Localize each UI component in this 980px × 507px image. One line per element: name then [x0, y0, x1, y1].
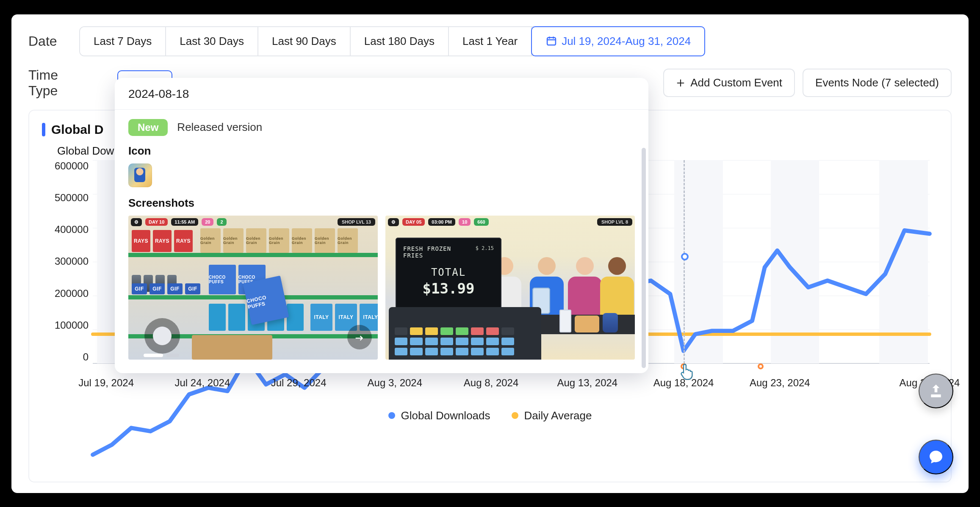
event-marker[interactable]: [758, 363, 764, 369]
event-marker[interactable]: [681, 363, 687, 369]
y-tick: 200000: [55, 288, 89, 299]
screenshot-pager: [144, 354, 179, 357]
hud-time: 11:55 AM: [171, 218, 198, 226]
date-label: Date: [28, 33, 79, 49]
chat-icon: [927, 449, 944, 465]
hover-guide-dot: [681, 253, 689, 260]
hud-cash: 660: [474, 218, 488, 226]
tooltip-date: 2024-08-18: [115, 78, 648, 110]
hud-time: 03:00 PM: [428, 218, 455, 226]
upload-icon: [927, 382, 944, 399]
tooltip-scrollbar[interactable]: [642, 148, 646, 368]
y-axis-ticks: 6000005000004000003000002000001000000: [42, 160, 89, 363]
date-range-option[interactable]: Last 7 Days: [80, 27, 166, 55]
screenshot-thumb-2[interactable]: ⚙ DAY 05 03:00 PM 10 660 SHOP LVL 8: [385, 216, 635, 360]
x-axis-ticks: Jul 19, 2024Jul 24, 2024Jul 29, 2024Aug …: [93, 374, 930, 391]
upload-fab[interactable]: [919, 374, 953, 408]
x-tick: Aug 18, 2024: [653, 377, 714, 389]
x-tick: Jul 29, 2024: [271, 377, 327, 389]
x-tick: Aug 8, 2024: [464, 377, 518, 389]
x-tick: Jul 19, 2024: [78, 377, 134, 389]
y-tick: 400000: [55, 224, 89, 235]
date-range-segmented: Last 7 DaysLast 30 DaysLast 90 DaysLast …: [79, 26, 705, 56]
x-tick: Aug 23, 2024: [750, 377, 810, 389]
date-range-option[interactable]: Last 30 Days: [166, 27, 258, 55]
date-range-option[interactable]: Last 180 Days: [351, 27, 449, 55]
tooltip-screenshots: ⚙ DAY 10 11:55 AM 20 2 SHOP LVL 13 RAYS …: [128, 216, 635, 360]
tooltip-icon-label: Icon: [128, 144, 635, 158]
hud-day: DAY 05: [402, 218, 425, 226]
hud-coins: 10: [459, 218, 471, 226]
x-tick: Aug 3, 2024: [368, 377, 422, 389]
chat-fab[interactable]: [919, 440, 953, 474]
y-tick: 300000: [55, 255, 89, 267]
calendar-icon: [545, 35, 557, 47]
tooltip-subtitle: Released version: [177, 121, 262, 134]
events-node-button[interactable]: Events Node (7 selected): [803, 69, 952, 97]
analytics-panel: Date Last 7 DaysLast 30 DaysLast 90 Days…: [11, 14, 969, 493]
tooltip-screenshots-label: Screenshots: [128, 197, 635, 210]
hud-cash: 2: [217, 218, 226, 226]
svg-rect-0: [547, 38, 556, 45]
y-tick: 500000: [55, 192, 89, 204]
hud-day: DAY 10: [145, 218, 168, 226]
events-node-label: Events Node (7 selected): [815, 76, 939, 89]
register-screen: FRESH FROZENFRIES $ 2.15 TOTAL $13.99: [396, 238, 501, 310]
title-accent-bar: [42, 123, 45, 136]
date-filter-row: Date Last 7 DaysLast 30 DaysLast 90 Days…: [28, 26, 952, 56]
hud-bolt: 20: [202, 218, 213, 226]
time-type-label: Time Type: [28, 67, 79, 99]
plus-icon: [676, 78, 685, 88]
add-custom-event-button[interactable]: Add Custom Event: [663, 69, 795, 97]
y-tick: 600000: [55, 160, 89, 172]
joystick-icon: [144, 318, 180, 354]
screenshot-thumb-1[interactable]: ⚙ DAY 10 11:55 AM 20 2 SHOP LVL 13 RAYS …: [128, 216, 378, 360]
tooltip-app-icon: [128, 163, 152, 187]
share-icon: [347, 325, 372, 349]
hud-shop: SHOP LVL 8: [597, 218, 632, 226]
chart-title: Global D: [51, 122, 103, 137]
date-range-custom[interactable]: Jul 19, 2024-Aug 31, 2024: [531, 26, 705, 56]
x-tick: Jul 24, 2024: [174, 377, 230, 389]
tooltip-badge-new: New: [128, 119, 168, 136]
hover-guide-line: [684, 160, 685, 368]
event-tooltip-popover: 2024-08-18 New Released version Icon Scr…: [115, 78, 648, 373]
date-range-option[interactable]: Last 90 Days: [258, 27, 351, 55]
add-custom-event-label: Add Custom Event: [690, 76, 782, 89]
date-range-option[interactable]: Last 1 Year: [449, 27, 532, 55]
chart-right-controls: Add Custom Event Events Node (7 selected…: [663, 69, 952, 97]
hud-shop: SHOP LVL 13: [338, 218, 375, 226]
y-tick: 100000: [55, 319, 89, 331]
y-tick: 0: [83, 351, 89, 363]
x-tick: Aug 13, 2024: [557, 377, 617, 389]
